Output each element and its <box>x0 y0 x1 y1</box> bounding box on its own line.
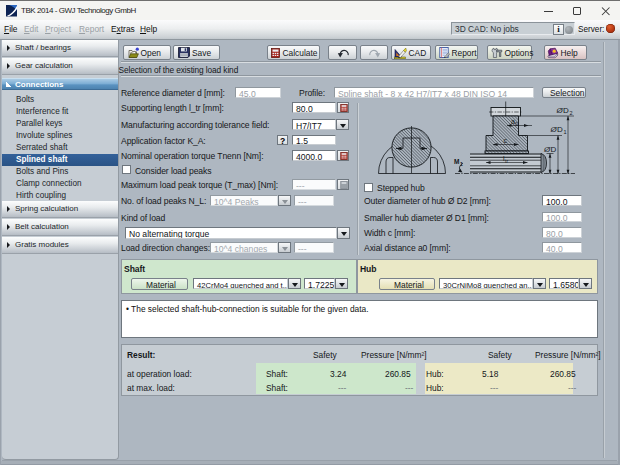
svg-text:D: D <box>557 125 563 134</box>
svg-text:0: 0 <box>515 121 518 127</box>
svg-text:D: D <box>551 145 557 154</box>
svg-text:D: D <box>563 106 569 115</box>
svg-text:1: 1 <box>460 161 463 167</box>
svg-text:2: 2 <box>570 110 573 116</box>
svg-text:tr: tr <box>505 158 508 164</box>
svg-text:M: M <box>454 158 459 165</box>
svg-text:c: c <box>504 137 508 144</box>
svg-text:1: 1 <box>564 129 567 135</box>
